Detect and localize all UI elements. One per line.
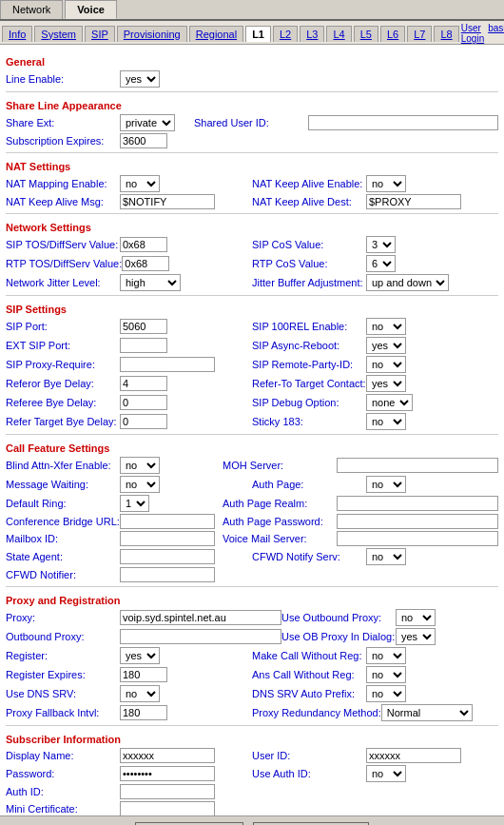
- subtab-l3[interactable]: L3: [300, 26, 324, 42]
- auth-page-label: Auth Page:: [252, 479, 366, 490]
- auth-page-realm-input[interactable]: [337, 496, 498, 511]
- sip-debug-label: SIP Debug Option:: [252, 397, 366, 408]
- sip-tos-input[interactable]: [120, 237, 167, 252]
- referee-bye-input[interactable]: [120, 395, 167, 410]
- auth-id-input[interactable]: [120, 784, 215, 799]
- proxy-input[interactable]: [120, 610, 281, 625]
- nat-keep-alive-dest-input[interactable]: [366, 194, 461, 209]
- subtab-l5[interactable]: L5: [354, 26, 378, 42]
- register-expires-input[interactable]: [120, 667, 167, 682]
- subtab-system[interactable]: System: [34, 26, 83, 42]
- mailbox-id-input[interactable]: [120, 531, 215, 546]
- referor-bye-label: Referor Bye Delay:: [6, 378, 120, 389]
- sip-debug-select[interactable]: none123: [366, 394, 413, 411]
- sip-100rel-select[interactable]: noyes: [366, 318, 406, 335]
- rtp-cos-select[interactable]: 6: [366, 255, 396, 272]
- outbound-proxy-label: Outbound Proxy:: [6, 631, 120, 642]
- subtab-l4[interactable]: L4: [326, 26, 351, 42]
- outbound-proxy-input[interactable]: [120, 629, 281, 644]
- sip-settings-section-title: SIP Settings: [6, 304, 498, 315]
- bottom-bar: Undo All Changes Submit All Changes: [0, 815, 504, 825]
- call-feature-section-title: Call Feature Settings: [6, 442, 498, 454]
- subtab-l6[interactable]: L6: [380, 26, 405, 42]
- blind-attn-select[interactable]: noyes: [120, 457, 160, 474]
- content-area: General Line Enable: yesno Share Line Ap…: [0, 45, 504, 815]
- sticky183-select[interactable]: noyes: [366, 413, 406, 430]
- network-jitter-select[interactable]: highmediumlow: [120, 274, 181, 291]
- referor-bye-input[interactable]: [120, 376, 167, 391]
- subtab-l2[interactable]: L2: [273, 26, 298, 42]
- state-agent-input[interactable]: [120, 549, 215, 564]
- refer-to-target-select[interactable]: yesno: [366, 375, 406, 392]
- password-input[interactable]: [120, 766, 215, 781]
- proxy-fallback-label: Proxy Fallback Intvl:: [6, 707, 120, 718]
- tab-network[interactable]: Network: [0, 0, 63, 19]
- proxy-redundancy-select[interactable]: NormalBased on SRV: [381, 704, 473, 721]
- shared-user-id-input[interactable]: [308, 115, 498, 130]
- subtab-regional[interactable]: Regional: [189, 26, 243, 42]
- auth-page-password-input[interactable]: [337, 514, 498, 529]
- dns-srv-auto-prefix-select[interactable]: noyes: [366, 685, 406, 702]
- cfwd-notify-serv-select[interactable]: noyes: [366, 548, 406, 565]
- header-links: User Login basic advanced: [461, 23, 504, 44]
- tab-voice[interactable]: Voice: [65, 0, 117, 19]
- rtp-tos-input[interactable]: [122, 256, 169, 271]
- message-waiting-label: Message Waiting:: [6, 479, 120, 490]
- ans-call-without-reg-select[interactable]: noyes: [366, 666, 406, 683]
- use-outbound-proxy-select[interactable]: noyes: [396, 609, 436, 626]
- line-enable-select[interactable]: yesno: [120, 70, 160, 88]
- subtab-sip[interactable]: SIP: [85, 26, 115, 42]
- proxy-fallback-input[interactable]: [120, 705, 167, 720]
- ext-sip-port-input[interactable]: [120, 338, 167, 353]
- use-ob-proxy-dialog-select[interactable]: yesno: [396, 628, 436, 645]
- subtab-l7[interactable]: L7: [407, 26, 432, 42]
- network-settings-section-title: Network Settings: [6, 222, 498, 233]
- nat-keep-alive-msg-input[interactable]: [120, 194, 215, 209]
- default-ring-select[interactable]: 1: [120, 495, 149, 512]
- share-ext-select[interactable]: privateshared: [120, 114, 175, 131]
- register-select[interactable]: yesno: [120, 647, 160, 664]
- user-login-link[interactable]: User Login: [461, 23, 484, 44]
- refer-target-bye-input[interactable]: [120, 414, 167, 429]
- mailbox-id-label: Mailbox ID:: [6, 533, 120, 544]
- sip-remote-party-select[interactable]: noyes: [366, 356, 406, 373]
- message-waiting-select[interactable]: noyes: [120, 476, 160, 493]
- nat-keep-alive-enable-select[interactable]: noyes: [366, 175, 406, 192]
- subtab-l8[interactable]: L8: [434, 26, 458, 42]
- sip-port-label: SIP Port:: [6, 321, 120, 332]
- share-ext-label: Share Ext:: [6, 117, 120, 128]
- moh-server-input[interactable]: [337, 458, 498, 473]
- default-ring-label: Default Ring:: [6, 498, 120, 509]
- nat-keep-alive-msg-label: NAT Keep Alive Msg:: [6, 196, 120, 207]
- use-dns-srv-select[interactable]: noyes: [120, 685, 160, 702]
- jitter-buffer-select[interactable]: up and downup onlydisable: [366, 274, 449, 291]
- mini-certificate-input[interactable]: [120, 801, 215, 815]
- sip-port-input[interactable]: [120, 319, 167, 334]
- basic-link[interactable]: basic: [488, 23, 504, 44]
- sip-cos-select[interactable]: 3: [366, 236, 396, 253]
- conference-bridge-input[interactable]: [120, 514, 215, 529]
- auth-page-realm-label: Auth Page Realm:: [223, 498, 337, 509]
- sip-async-reboot-select[interactable]: yesno: [366, 337, 406, 354]
- state-agent-label: State Agent:: [6, 551, 120, 562]
- subscriber-section-title: Subscriber Information: [6, 734, 498, 745]
- subtab-info[interactable]: Info: [2, 26, 32, 42]
- voice-mail-server-label: Voice Mail Server:: [223, 533, 337, 544]
- user-id-input[interactable]: [366, 748, 461, 763]
- ext-sip-port-label: EXT SIP Port:: [6, 340, 120, 351]
- sip-proxy-require-input[interactable]: [120, 357, 215, 372]
- voice-mail-server-input[interactable]: [337, 531, 498, 546]
- refer-target-bye-label: Refer Target Bye Delay:: [6, 416, 120, 427]
- use-auth-id-select[interactable]: noyes: [366, 765, 406, 782]
- auth-page-select[interactable]: noyes: [366, 476, 406, 493]
- make-call-without-reg-select[interactable]: noyes: [366, 647, 406, 664]
- subscription-expires-input[interactable]: [120, 133, 167, 148]
- jitter-buffer-label: Jitter Buffer Adjustment:: [252, 277, 366, 288]
- rtp-tos-label: RTP TOS/DiffServ Value:: [6, 258, 122, 269]
- cfwd-notifier-input[interactable]: [120, 567, 215, 582]
- proxy-redundancy-label: Proxy Redundancy Method:: [252, 707, 381, 718]
- display-name-input[interactable]: [120, 748, 215, 763]
- subtab-l1[interactable]: L1: [245, 26, 271, 42]
- nat-mapping-select[interactable]: noyes: [120, 175, 160, 192]
- subtab-provisioning[interactable]: Provisioning: [117, 26, 187, 42]
